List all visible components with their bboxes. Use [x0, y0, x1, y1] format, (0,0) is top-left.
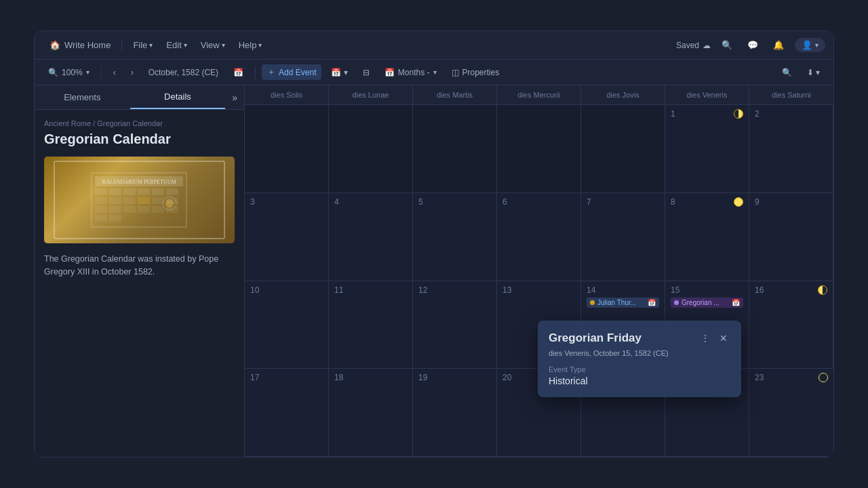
calendar-small-icon: 📅	[384, 68, 395, 77]
day-number-13: 13	[502, 285, 575, 295]
view-selector-button[interactable]: 📅 ▾	[326, 66, 353, 79]
zoom-label: 100%	[62, 68, 83, 77]
popup-header: Gregorian Friday ⋮ ✕	[549, 331, 730, 345]
day-header-2: dies Martis	[413, 85, 497, 104]
moon-quarter-first-icon	[734, 109, 743, 119]
calendar-svg: KALENDARIUM PERPETUUM	[88, 169, 190, 230]
cell-empty-3[interactable]	[413, 105, 497, 193]
view-menu[interactable]: View ▾	[194, 37, 232, 53]
cell-5[interactable]: 5	[413, 193, 497, 281]
notifications-button[interactable]: 🔔	[769, 37, 788, 53]
zoom-selector[interactable]: 🔍 100% ▾	[43, 66, 95, 79]
search-toolbar-button[interactable]: 🔍	[776, 66, 797, 79]
sidebar-tabs: Elements Details »	[35, 85, 244, 110]
cloud-icon: ☁	[703, 41, 711, 50]
calendar-header: dies Solis dies Lunae dies Martis dies M…	[245, 85, 833, 105]
cell-6[interactable]: 6	[497, 193, 581, 281]
popup-event-type-value: Historical	[549, 375, 730, 386]
julian-event-chip[interactable]: Julian Thur... 📅	[587, 298, 659, 308]
svg-rect-19	[152, 206, 164, 213]
moon-full-icon	[734, 197, 743, 207]
cell-13[interactable]: 13 Gregorian Friday ⋮ ✕ dies Veneris, Oc…	[497, 281, 581, 369]
house-icon: 🏠	[50, 40, 60, 50]
filter-button[interactable]: ⊟	[357, 66, 375, 79]
file-menu[interactable]: File ▾	[126, 37, 159, 53]
popup-actions: ⋮ ✕	[698, 331, 730, 345]
file-chevron: ▾	[149, 41, 153, 49]
download-button[interactable]: ⬇ ▾	[802, 66, 825, 79]
day-number-10: 10	[250, 285, 323, 295]
saved-badge: Saved ☁	[676, 41, 711, 50]
messages-button[interactable]: 💬	[743, 37, 762, 53]
day-number-4: 4	[334, 197, 407, 207]
popup-close-button[interactable]: ✕	[717, 331, 730, 345]
svg-rect-3	[95, 188, 107, 195]
cell-2[interactable]: 2	[749, 105, 833, 193]
svg-rect-15	[95, 206, 107, 213]
search-button[interactable]: 🔍	[717, 37, 736, 53]
cell-empty-1[interactable]	[245, 105, 329, 193]
help-label: Help	[239, 40, 257, 50]
day-number-7: 7	[587, 197, 659, 207]
tab-details[interactable]: Details	[130, 85, 226, 109]
svg-rect-21	[95, 215, 107, 222]
nav-right: Saved ☁ 🔍 💬 🔔 👤 ▾	[676, 37, 825, 53]
moon-quarter-last-icon	[818, 285, 827, 295]
cell-3[interactable]: 3	[245, 193, 329, 281]
home-button[interactable]: 🏠 Write Home	[43, 37, 117, 53]
cell-17[interactable]: 17	[245, 369, 329, 457]
cell-11[interactable]: 11	[329, 281, 413, 369]
breadcrumb: Ancient Rome / Gregorian Calendar	[44, 119, 235, 127]
day-number-6: 6	[502, 197, 575, 207]
add-event-button[interactable]: ＋ Add Event	[262, 64, 321, 80]
cell-10[interactable]: 10	[245, 281, 329, 369]
cell-16[interactable]: 16	[749, 281, 833, 369]
sidebar-title: Gregorian Calendar	[44, 131, 235, 147]
day-header-6: dies Saturni	[749, 85, 833, 104]
cell-23[interactable]: 23	[749, 369, 833, 457]
popup-more-button[interactable]: ⋮	[698, 331, 713, 345]
edit-menu[interactable]: Edit ▾	[159, 37, 193, 53]
calendar-picker-button[interactable]: 📅	[228, 66, 249, 79]
svg-text:KALENDARIUM PERPETUUM: KALENDARIUM PERPETUUM	[102, 179, 176, 185]
day-number-11: 11	[334, 285, 407, 295]
cell-1[interactable]: 1	[665, 105, 749, 193]
svg-rect-18	[138, 206, 150, 213]
cell-12[interactable]: 12	[413, 281, 497, 369]
cell-7[interactable]: 7	[581, 193, 665, 281]
prev-button[interactable]: ‹	[108, 66, 121, 79]
cell-9[interactable]: 9	[749, 193, 833, 281]
user-menu[interactable]: 👤 ▾	[795, 38, 825, 52]
sidebar-description: The Gregorian Calendar was instated by P…	[44, 253, 235, 279]
svg-rect-17	[123, 206, 136, 213]
next-button[interactable]: ›	[125, 66, 139, 79]
gregorian-event-label: Gregorian ...	[682, 299, 719, 306]
cell-empty-4[interactable]	[497, 105, 581, 193]
cell-19[interactable]: 19	[413, 369, 497, 457]
cell-18[interactable]: 18	[329, 369, 413, 457]
user-chevron: ▾	[815, 41, 818, 49]
popup-date: dies Veneris, October 15, 1582 (CE)	[549, 349, 730, 357]
cell-8[interactable]: 8	[665, 193, 749, 281]
main-content: Elements Details » Ancient Rome / Gregor…	[35, 85, 833, 457]
tab-elements[interactable]: Elements	[35, 86, 130, 108]
day-number-5: 5	[418, 197, 491, 207]
months-dropdown[interactable]: 📅 Months - ▾	[379, 66, 442, 79]
day-header-0: dies Solis	[245, 85, 329, 104]
cell-empty-5[interactable]	[581, 105, 665, 193]
popup-title: Gregorian Friday	[549, 331, 642, 345]
sep1	[101, 66, 102, 79]
svg-point-24	[165, 199, 174, 207]
calendar-area: dies Solis dies Lunae dies Martis dies M…	[245, 85, 833, 457]
collapse-button[interactable]: »	[225, 88, 244, 107]
cell-empty-2[interactable]	[329, 105, 413, 193]
edit-label: Edit	[166, 40, 181, 50]
properties-button[interactable]: ◫ Properties	[446, 66, 505, 79]
home-label: Write Home	[64, 40, 111, 50]
help-menu[interactable]: Help ▾	[232, 37, 269, 53]
gregorian-event-chip[interactable]: Gregorian ... 📅	[671, 298, 743, 308]
zoom-chevron: ▾	[86, 68, 90, 76]
zoom-icon: 🔍	[48, 68, 58, 77]
cell-4[interactable]: 4	[329, 193, 413, 281]
sidebar-body: Ancient Rome / Gregorian Calendar Gregor…	[35, 110, 244, 457]
